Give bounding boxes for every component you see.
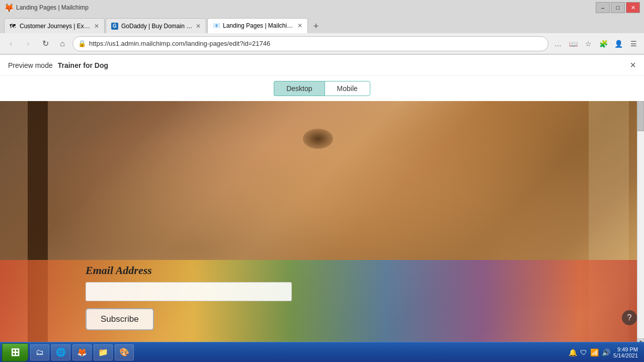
address-text: https://us1.admin.mailchimp.com/landing-… — [89, 40, 543, 47]
preview-mode-label: Preview mode — [8, 61, 53, 69]
subscribe-button[interactable]: Subscribe — [86, 308, 154, 330]
taskbar-folder-icon: 📁 — [98, 347, 108, 357]
lock-icon: 🔒 — [78, 40, 86, 47]
tab-favicon-1: 🗺 — [10, 23, 17, 30]
extensions-button[interactable]: 🧩 — [597, 37, 610, 50]
preview-close-button[interactable]: × — [630, 59, 636, 71]
browser-logo: 🦊 — [4, 3, 14, 13]
tab-close-3[interactable]: ✕ — [297, 22, 302, 29]
feedback-button[interactable]: ? — [622, 310, 637, 325]
address-bar-row: ‹ › ↻ ⌂ 🔒 https://us1.admin.mailchimp.co… — [0, 33, 644, 54]
maximize-button[interactable]: □ — [611, 2, 625, 13]
taskbar-item-paint[interactable]: 🎨 — [115, 344, 134, 360]
tray-icon-network: 📶 — [590, 348, 599, 356]
tab-close-2[interactable]: ✕ — [196, 23, 201, 30]
taskbar-firefox-icon: 🦊 — [77, 347, 87, 357]
tab-close-1[interactable]: ✕ — [94, 23, 99, 30]
start-button[interactable]: ⊞ — [2, 343, 28, 361]
mobile-view-button[interactable]: Mobile — [325, 81, 370, 96]
close-window-button[interactable]: ✕ — [626, 2, 640, 13]
taskbar-item-folder[interactable]: 📁 — [94, 344, 113, 360]
tray-icon-security: 🛡 — [580, 348, 587, 356]
taskbar-item-explorer[interactable]: 🗂 — [30, 344, 49, 360]
scrollbar[interactable]: ▲ ▼ — [637, 101, 644, 345]
address-bar[interactable]: 🔒 https://us1.admin.mailchimp.com/landin… — [72, 36, 548, 51]
tab-label-1: Customer Journeys | Explore |... — [20, 23, 91, 30]
taskbar-explorer-icon: 🗂 — [35, 347, 45, 357]
tab-favicon-2: G — [111, 23, 118, 30]
desktop-view-button[interactable]: Desktop — [274, 81, 324, 96]
landing-page-preview: Email Address Subscribe ▲ ▼ ? — [0, 101, 644, 345]
menu-button[interactable]: ☰ — [627, 37, 640, 50]
reader-view-button[interactable]: 📖 — [567, 37, 580, 50]
forward-button[interactable]: › — [21, 37, 35, 51]
taskbar-chrome-icon: 🌐 — [56, 347, 66, 357]
system-tray: 🔔 🛡 📶 🔊 9:49 PM 5/14/2021 — [565, 346, 642, 358]
windows-taskbar: ⊞ 🗂 🌐 🦊 📁 🎨 🔔 🛡 📶 🔊 9:49 PM 5/14/2021 — [0, 342, 644, 362]
refresh-button[interactable]: ↻ — [38, 37, 52, 51]
tray-icon-notifications: 🔔 — [569, 348, 577, 356]
tab-label-3: Landing Pages | Mailchimp — [223, 22, 294, 29]
tab-bar: 🗺 Customer Journeys | Explore |... ✕ G G… — [0, 15, 644, 33]
preview-bar-left: Preview mode Trainer for Dog — [8, 61, 108, 69]
tab-godaddy[interactable]: G GoDaddy | Buy Domain Names ✕ — [106, 18, 206, 33]
tray-icon-volume: 🔊 — [602, 348, 610, 356]
window-title: Landing Pages | Mailchimp — [16, 4, 89, 11]
view-toggle-bar: Desktop Mobile — [0, 76, 644, 101]
system-clock: 9:49 PM 5/14/2021 — [613, 346, 638, 358]
title-bar: 🦊 Landing Pages | Mailchimp – □ ✕ — [0, 0, 644, 15]
minimize-button[interactable]: – — [596, 2, 610, 13]
tab-customer-journeys[interactable]: 🗺 Customer Journeys | Explore |... ✕ — [4, 18, 105, 33]
dog-nose-area — [303, 129, 333, 149]
new-tab-button[interactable]: + — [309, 19, 323, 33]
taskbar-paint-icon: 🎨 — [119, 347, 129, 357]
address-bar-actions: … 📖 ☆ 🧩 👤 ☰ — [551, 37, 640, 50]
window-controls: – □ ✕ — [596, 2, 640, 13]
preview-page-title: Trainer for Dog — [58, 61, 108, 69]
tab-label-2: GoDaddy | Buy Domain Names — [121, 23, 193, 30]
home-button[interactable]: ⌂ — [55, 37, 69, 51]
clock-time: 9:49 PM — [613, 346, 638, 352]
form-content-area: Email Address Subscribe — [0, 254, 644, 345]
scrollbar-thumb[interactable] — [637, 101, 644, 131]
taskbar-item-chrome[interactable]: 🌐 — [51, 344, 70, 360]
more-options-button[interactable]: … — [551, 37, 565, 50]
preview-bar: Preview mode Trainer for Dog × — [0, 55, 644, 76]
account-button[interactable]: 👤 — [612, 37, 625, 50]
clock-date: 5/14/2021 — [613, 352, 638, 358]
taskbar-item-firefox[interactable]: 🦊 — [72, 344, 92, 360]
back-button[interactable]: ‹ — [4, 37, 18, 51]
tab-favicon-3: 📧 — [213, 22, 220, 29]
email-address-label: Email Address — [86, 264, 629, 277]
bookmark-button[interactable]: ☆ — [582, 37, 595, 50]
email-input[interactable] — [86, 282, 292, 301]
tab-mailchimp[interactable]: 📧 Landing Pages | Mailchimp ✕ — [207, 18, 308, 33]
